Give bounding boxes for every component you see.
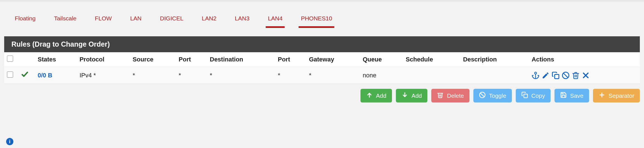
rules-panel: Rules (Drag to Change Order) States Prot… <box>4 36 640 84</box>
add-top-label: Add <box>376 92 386 99</box>
col-schedule: Schedule <box>403 52 460 67</box>
cell-port2: * <box>275 67 306 84</box>
interface-tabs: Floating Tailscale FLOW LAN DIGICEL LAN2… <box>0 3 644 36</box>
row-actions <box>532 71 637 79</box>
col-gateway: Gateway <box>306 52 360 67</box>
separator-button[interactable]: Separator <box>593 89 640 102</box>
col-states: States <box>35 52 77 67</box>
select-all-checkbox[interactable] <box>7 56 13 62</box>
cell-description <box>460 67 529 84</box>
col-source: Source <box>130 52 176 67</box>
cell-queue: none <box>360 67 403 84</box>
trash-icon[interactable] <box>572 71 580 79</box>
check-icon <box>21 71 29 80</box>
col-protocol: Protocol <box>77 52 130 67</box>
delete-label: Delete <box>447 92 464 99</box>
states-link[interactable]: 0/0 B <box>38 72 52 79</box>
col-state-icon <box>18 52 35 67</box>
svg-rect-2 <box>555 74 559 78</box>
cell-schedule <box>403 67 460 84</box>
col-queue: Queue <box>360 52 403 67</box>
delete-button[interactable]: Delete <box>431 89 469 102</box>
add-bottom-label: Add <box>411 92 422 99</box>
col-destination: Destination <box>207 52 275 67</box>
svg-line-10 <box>480 93 484 97</box>
anchor-icon[interactable] <box>532 71 539 79</box>
cell-port1: * <box>176 67 207 84</box>
col-actions: Actions <box>529 52 640 67</box>
tab-floating[interactable]: Floating <box>13 13 38 28</box>
info-icon[interactable]: i <box>6 138 13 145</box>
toggle-button[interactable]: Toggle <box>473 89 512 102</box>
tab-flow[interactable]: FLOW <box>93 13 114 28</box>
add-bottom-button[interactable]: Add <box>396 89 427 102</box>
add-top-button[interactable]: Add <box>360 89 392 102</box>
x-icon[interactable] <box>582 71 590 79</box>
cell-destination: * <box>207 67 275 84</box>
ban-icon <box>479 92 486 100</box>
tab-lan4[interactable]: LAN4 <box>266 13 285 28</box>
copy-icon[interactable] <box>552 71 560 79</box>
tab-phones10[interactable]: PHONES10 <box>299 13 334 28</box>
copy-icon <box>521 92 528 100</box>
ban-icon[interactable] <box>562 71 570 79</box>
row-checkbox[interactable] <box>7 71 13 78</box>
trash-icon <box>437 92 444 100</box>
pencil-icon[interactable] <box>542 71 549 79</box>
col-description: Description <box>460 52 529 67</box>
table-row[interactable]: 0/0 B IPv4 * * * * * * none <box>4 67 640 84</box>
arrow-down-icon <box>401 92 408 100</box>
topbar-shadow <box>0 0 644 3</box>
svg-rect-11 <box>524 94 527 98</box>
cell-source: * <box>130 67 176 84</box>
toggle-label: Toggle <box>489 92 506 99</box>
cell-gateway: * <box>306 67 360 84</box>
copy-button[interactable]: Copy <box>516 89 551 102</box>
copy-label: Copy <box>531 92 545 99</box>
col-select-all[interactable] <box>4 52 18 67</box>
col-port1: Port <box>176 52 207 67</box>
arrow-up-icon <box>366 92 373 100</box>
plus-icon <box>599 92 605 100</box>
svg-line-4 <box>563 73 568 77</box>
rules-table: States Protocol Source Port Destination … <box>4 52 640 84</box>
tab-digicel[interactable]: DIGICEL <box>158 13 186 28</box>
cell-protocol: IPv4 * <box>77 67 130 84</box>
separator-label: Separator <box>609 92 634 99</box>
panel-title: Rules (Drag to Change Order) <box>4 36 640 52</box>
save-label: Save <box>570 92 584 99</box>
tab-lan[interactable]: LAN <box>128 13 144 28</box>
save-icon <box>560 92 567 100</box>
save-button[interactable]: Save <box>555 89 589 102</box>
tab-lan3[interactable]: LAN3 <box>233 13 252 28</box>
col-port2: Port <box>275 52 306 67</box>
tab-tailscale[interactable]: Tailscale <box>52 13 79 28</box>
tab-lan2[interactable]: LAN2 <box>200 13 219 28</box>
footer-buttons: Add Add Delete Toggle Copy <box>0 84 644 102</box>
